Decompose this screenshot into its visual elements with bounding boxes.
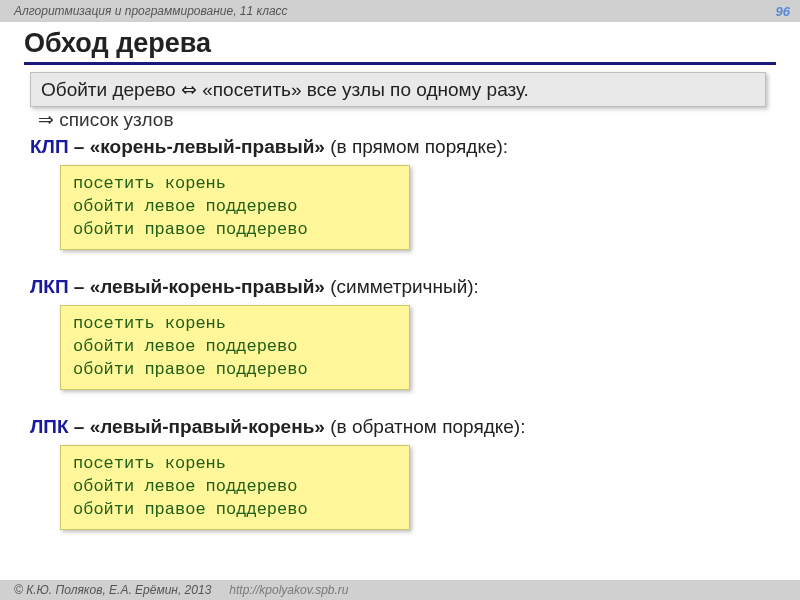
abbr-lkp: ЛКП	[30, 276, 69, 297]
implies-text: ⇒ список узлов	[38, 108, 174, 131]
title-underline	[24, 62, 776, 65]
desc-klp-rest: (в прямом порядке):	[325, 136, 508, 157]
definition-text: Обойти дерево ⇔ «посетить» все узлы по о…	[41, 79, 529, 100]
code-box-lkp: посетить корень обойти левое поддерево о…	[60, 305, 410, 390]
definition-box: Обойти дерево ⇔ «посетить» все узлы по о…	[30, 72, 766, 107]
slide-header: Алгоритмизация и программирование, 11 кл…	[0, 0, 800, 22]
desc-lpk-rest: (в обратном порядке):	[325, 416, 526, 437]
footer-authors: © К.Ю. Поляков, Е.А. Ерёмин, 2013	[14, 583, 211, 597]
traversal-lpk: ЛПК – «левый-правый-корень» (в обратном …	[30, 416, 525, 438]
desc-lpk-bold: – «левый-правый-корень»	[69, 416, 325, 437]
page-number: 96	[776, 4, 790, 19]
abbr-klp: КЛП	[30, 136, 69, 157]
course-name: Алгоритмизация и программирование, 11 кл…	[14, 4, 288, 18]
slide-footer: © К.Ю. Поляков, Е.А. Ерёмин, 2013 http:/…	[0, 580, 800, 600]
slide-title: Обход дерева	[24, 28, 211, 59]
code-box-klp: посетить корень обойти левое поддерево о…	[60, 165, 410, 250]
desc-lkp-rest: (симметричный):	[325, 276, 479, 297]
desc-klp-bold: – «корень-левый-правый»	[69, 136, 325, 157]
footer-url: http://kpolyakov.spb.ru	[229, 583, 348, 597]
abbr-lpk: ЛПК	[30, 416, 69, 437]
traversal-klp: КЛП – «корень-левый-правый» (в прямом по…	[30, 136, 508, 158]
desc-lkp-bold: – «левый-корень-правый»	[69, 276, 325, 297]
code-box-lpk: посетить корень обойти левое поддерево о…	[60, 445, 410, 530]
traversal-lkp: ЛКП – «левый-корень-правый» (симметричны…	[30, 276, 479, 298]
